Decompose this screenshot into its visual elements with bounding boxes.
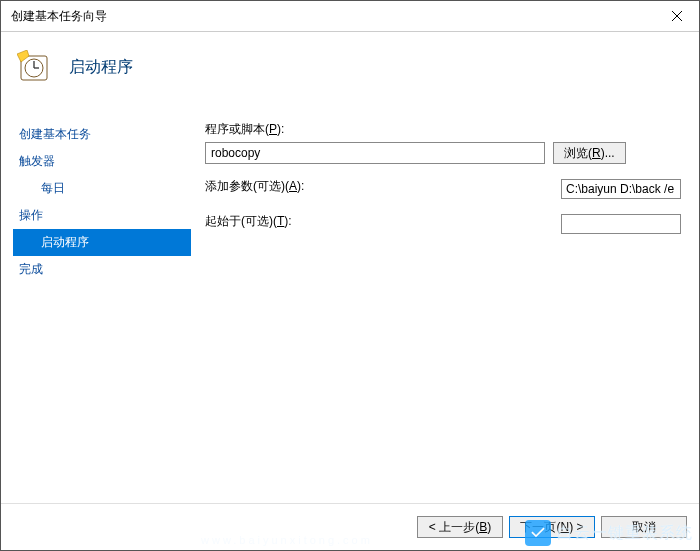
wizard-body: 创建基本任务 触发器 每日 操作 启动程序 完成 程序或脚本(P): 浏览(R)… bbox=[1, 101, 699, 504]
close-button[interactable] bbox=[654, 1, 699, 31]
page-heading: 启动程序 bbox=[69, 57, 133, 78]
step-create-basic-task[interactable]: 创建基本任务 bbox=[13, 121, 191, 148]
cancel-button[interactable]: 取消 bbox=[601, 516, 687, 538]
arguments-input[interactable] bbox=[561, 179, 681, 199]
startin-label: 起始于(可选)(T): bbox=[205, 213, 292, 230]
step-action-start-program[interactable]: 启动程序 bbox=[13, 229, 191, 256]
wizard-window: 创建基本任务向导 启动程序 创建基本任务 触发器 每日 操作 bbox=[0, 0, 700, 551]
program-script-input[interactable] bbox=[205, 142, 545, 164]
startin-input[interactable] bbox=[561, 214, 681, 234]
wizard-header: 启动程序 bbox=[1, 32, 699, 102]
startin-row: 起始于(可选)(T): bbox=[205, 213, 681, 234]
back-button[interactable]: < 上一步(B) bbox=[417, 516, 503, 538]
step-trigger[interactable]: 触发器 bbox=[13, 148, 191, 175]
step-action[interactable]: 操作 bbox=[13, 202, 191, 229]
step-finish[interactable]: 完成 bbox=[13, 256, 191, 283]
wizard-footer: < 上一步(B) 下一页(N) > 取消 bbox=[1, 504, 699, 550]
step-trigger-daily[interactable]: 每日 bbox=[13, 175, 191, 202]
titlebar: 创建基本任务向导 bbox=[1, 1, 699, 32]
program-script-label: 程序或脚本(P): bbox=[205, 121, 681, 138]
browse-button[interactable]: 浏览(R)... bbox=[553, 142, 626, 164]
task-scheduler-icon bbox=[17, 50, 51, 84]
next-button[interactable]: 下一页(N) > bbox=[509, 516, 595, 538]
window-title: 创建基本任务向导 bbox=[11, 8, 107, 25]
form-panel: 程序或脚本(P): 浏览(R)... 添加参数(可选)(A): 起始于(可选)(… bbox=[191, 101, 699, 503]
wizard-steps-nav: 创建基本任务 触发器 每日 操作 启动程序 完成 bbox=[1, 101, 191, 503]
program-row: 浏览(R)... bbox=[205, 142, 681, 164]
arguments-label: 添加参数(可选)(A): bbox=[205, 178, 304, 195]
close-icon bbox=[672, 11, 682, 21]
arguments-row: 添加参数(可选)(A): bbox=[205, 178, 681, 199]
